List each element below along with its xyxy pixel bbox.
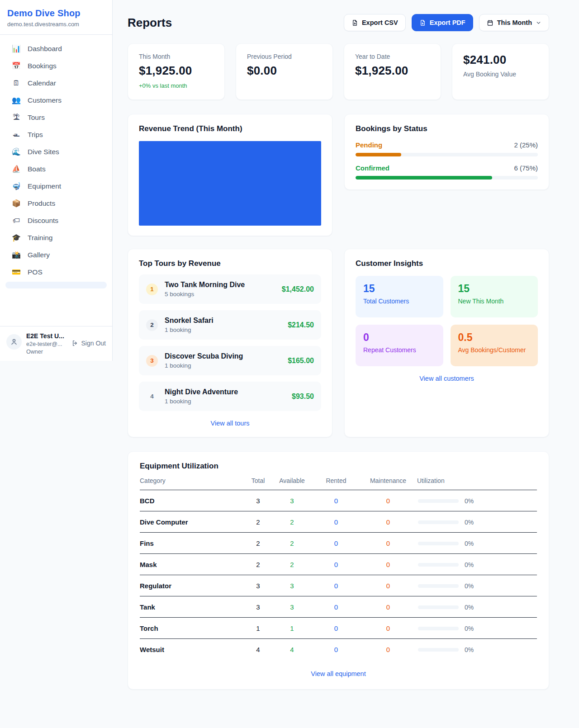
stat-card-this-month: This Month $1,925.00 +0% vs last month	[128, 43, 225, 100]
sidebar-active-item-partial[interactable]	[5, 282, 107, 288]
user-icon	[10, 338, 18, 346]
tour-row-1[interactable]: 1 Two Tank Morning Dive 5 bookings $1,45…	[139, 274, 321, 304]
sidebar-item-label: Tours	[28, 113, 45, 122]
sidebar-item-label: Discounts	[28, 217, 58, 225]
insights-row: Top Tours by Revenue 1 Two Tank Morning …	[128, 249, 549, 437]
tour-row-4[interactable]: 4 Night Dive Adventure 1 booking $93.50	[139, 382, 321, 411]
sidebar-item-tours[interactable]: 🏝 Tours	[5, 109, 107, 126]
tour-name: Two Tank Morning Dive	[165, 281, 245, 289]
sidebar-item-training[interactable]: 🎓 Training	[5, 229, 107, 246]
tour-row-3[interactable]: 3 Discover Scuba Diving 1 booking $165.0…	[139, 346, 321, 375]
sidebar-user-footer: E2E Test U... e2e-tester@... Owner Sign …	[0, 326, 112, 361]
sidebar-item-boats[interactable]: ⛵ Boats	[5, 161, 107, 178]
customers-icon: 👥	[12, 97, 21, 104]
user-info: E2E Test U... e2e-tester@... Owner	[26, 332, 64, 355]
products-icon: 📦	[12, 200, 21, 207]
avatar	[6, 334, 22, 350]
shop-name: Demo Dive Shop	[7, 8, 105, 19]
card-title: Customer Insights	[356, 259, 538, 268]
col-total: Total	[245, 477, 271, 484]
discounts-icon: 🏷	[12, 217, 21, 224]
sidebar-item-dive-sites[interactable]: 🌊 Dive Sites	[5, 143, 107, 161]
sidebar-item-customers[interactable]: 👥 Customers	[5, 92, 107, 109]
card-title: Bookings by Status	[356, 124, 538, 133]
sidebar-item-dashboard[interactable]: 📊 Dashboard	[5, 40, 107, 57]
sidebar-item-products[interactable]: 📦 Products	[5, 195, 107, 212]
sign-out-icon	[71, 340, 79, 347]
utilization-bar	[418, 584, 459, 588]
rank-badge: 2	[146, 319, 158, 331]
equipment-icon: 🤿	[12, 183, 21, 190]
status-label: Pending	[356, 141, 382, 149]
utilization-bar	[418, 499, 459, 503]
period-dropdown[interactable]: This Month	[479, 14, 549, 31]
sidebar-item-label: Training	[28, 234, 52, 242]
tile-value: 15	[363, 283, 436, 295]
tour-row-2[interactable]: 2 Snorkel Safari 1 booking $214.50	[139, 310, 321, 340]
stat-value: $241.00	[463, 53, 538, 67]
utilization-bar	[418, 520, 459, 524]
col-category: Category	[140, 477, 245, 484]
card-title: Equipment Utilization	[140, 462, 537, 471]
sidebar-item-calendar[interactable]: 🗓 Calendar	[5, 75, 107, 92]
tile-avg-bookings-customer: 0.5 Avg Bookings/Customer	[451, 325, 538, 366]
tile-label: Total Customers	[363, 298, 436, 305]
dive-sites-icon: 🌊	[12, 148, 21, 156]
stat-delta: +0% vs last month	[139, 82, 214, 89]
table-row: Regulator 3 3 0 0 0%	[140, 575, 537, 596]
tile-new-this-month: 15 New This Month	[451, 276, 538, 317]
status-row-pending: Pending 2 (25%)	[356, 141, 538, 149]
tile-label: New This Month	[458, 298, 531, 305]
table-row: BCD 3 3 0 0 0%	[140, 490, 537, 511]
sidebar-header: Demo Dive Shop demo.test.divestreams.com	[0, 0, 112, 35]
card-title: Top Tours by Revenue	[139, 259, 321, 268]
sign-out-button[interactable]: Sign Out	[71, 340, 106, 347]
sidebar-item-label: Gallery	[28, 251, 50, 259]
export-pdf-button[interactable]: Export PDF	[412, 14, 473, 31]
sidebar-item-gallery[interactable]: 📸 Gallery	[5, 246, 107, 264]
col-utilization: Utilization	[417, 477, 537, 484]
view-all-customers-link[interactable]: View all customers	[356, 375, 538, 382]
sidebar-item-label: Trips	[28, 131, 43, 139]
utilization-bar	[418, 563, 459, 567]
header-actions: Export CSV Export PDF This Month	[344, 14, 549, 31]
tile-value: 15	[458, 283, 531, 295]
sidebar-item-label: Equipment	[28, 182, 61, 190]
status-value: 2 (25%)	[514, 141, 538, 149]
stat-label: Year to Date	[355, 53, 430, 60]
sidebar-item-equipment[interactable]: 🤿 Equipment	[5, 178, 107, 195]
sidebar-item-discounts[interactable]: 🏷 Discounts	[5, 212, 107, 229]
customer-insights-card: Customer Insights 15 Total Customers 15 …	[344, 249, 549, 437]
stat-card-previous-period: Previous Period $0.00	[236, 43, 333, 100]
tile-label: Avg Bookings/Customer	[458, 346, 531, 354]
sidebar-item-bookings[interactable]: 📅 Bookings	[5, 57, 107, 75]
tours-icon: 🏝	[12, 114, 21, 121]
rank-badge: 3	[146, 355, 158, 367]
chevron-down-icon	[536, 20, 541, 26]
file-download-icon	[419, 19, 426, 26]
sidebar-item-label: Calendar	[28, 79, 56, 87]
tour-revenue: $214.50	[288, 321, 314, 329]
view-all-equipment-link[interactable]: View all equipment	[140, 670, 537, 677]
sidebar-item-label: Boats	[28, 165, 46, 173]
table-row: Torch 1 1 0 0 0%	[140, 618, 537, 639]
revenue-bar-chart	[139, 141, 321, 226]
utilization-bar	[418, 605, 459, 609]
tour-bookings: 1 booking	[165, 326, 214, 333]
table-row: Tank 3 3 0 0 0%	[140, 596, 537, 618]
table-row: Fins 2 2 0 0 0%	[140, 533, 537, 554]
shop-domain: demo.test.divestreams.com	[7, 21, 105, 28]
export-csv-button[interactable]: Export CSV	[344, 14, 406, 31]
view-all-tours-link[interactable]: View all tours	[139, 420, 321, 427]
tour-bookings: 1 booking	[165, 398, 238, 405]
training-icon: 🎓	[12, 234, 21, 241]
main-content: Reports Export CSV Export PDF This Month	[113, 0, 579, 690]
sidebar-item-label: Dashboard	[28, 45, 62, 53]
page-header: Reports Export CSV Export PDF This Month	[128, 14, 549, 31]
status-row-confirmed: Confirmed 6 (75%)	[356, 164, 538, 172]
sidebar-item-trips[interactable]: 🛥 Trips	[5, 126, 107, 143]
pos-icon: 💳	[12, 269, 21, 276]
status-value: 6 (75%)	[514, 164, 538, 172]
status-progress-fill-confirmed	[356, 176, 492, 180]
sidebar-item-pos[interactable]: 💳 POS	[5, 264, 107, 281]
